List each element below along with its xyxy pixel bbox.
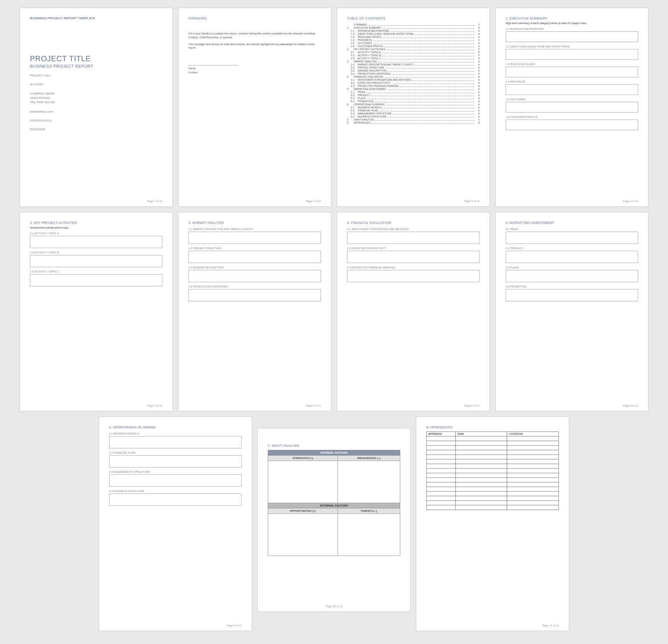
subsection-label: 4.3 PROJECTED FINANCIAL RANKING xyxy=(347,266,480,269)
swot-opportunities-cell xyxy=(268,514,338,556)
page-3: TABLE OF CONTENTS FORWARD21.EXECUTIVE SU… xyxy=(337,8,490,207)
page-footer: Page 4 of 12 xyxy=(623,200,638,203)
table-row xyxy=(427,441,559,446)
table-row xyxy=(427,473,559,478)
toc-dots xyxy=(378,62,475,62)
page-footer: Page 11 of 11 xyxy=(542,624,559,627)
toc-dots xyxy=(388,117,475,118)
toc-num: 1. xyxy=(347,26,354,29)
page-11: 8. APPENDICES APPENDIX ITEM LOCATION Pag… xyxy=(416,417,569,631)
toc-num: 6.3 xyxy=(351,112,358,115)
toc-dots xyxy=(390,31,475,32)
swot-table: INTERNAL FACTORS STRENGTHS (+) WEAKNESSE… xyxy=(268,450,400,556)
page-5: 2. KEY PROJECT ACTIVITIES Summarized act… xyxy=(20,212,173,411)
date: 00/00/0000 xyxy=(30,127,162,131)
exec-summary-desc: High level summary of each category belo… xyxy=(506,22,638,25)
page-9: 6. OPERATIONAL PLANNING 6.1 BUSINESS MOD… xyxy=(99,417,252,631)
toc-dots xyxy=(374,102,475,102)
toc-row: 7.SWOT ANALYSIS6 xyxy=(347,118,480,121)
toc-row: 6.4BUSINESS STRUCTURE6 xyxy=(347,115,480,118)
toc-row: 2.KEY PROJECT ACTIVITIES5 xyxy=(347,48,480,51)
subsection-label: 2.3 ACTIVITY / TOPIC C xyxy=(30,270,162,273)
content-box xyxy=(506,119,638,130)
page-footer: Page 6 of 11 xyxy=(306,404,321,407)
toc-dots xyxy=(414,65,475,65)
toc-num: 7. xyxy=(347,118,354,121)
page-footer: Page 1 of 12 xyxy=(147,200,162,203)
toc-label: FORWARD xyxy=(354,23,367,26)
toc-label: OUTCOMES xyxy=(358,42,372,44)
page-7: 4. FINANCIAL EVALUATION 4.1 INVESTMENT E… xyxy=(337,212,490,411)
position-label: Position xyxy=(188,71,321,74)
financial-eval-title: 4. FINANCIAL EVALUATION xyxy=(347,221,480,225)
subsection-label: 5.2 PRODUCT xyxy=(506,247,638,250)
toc-row: 6.3MANAGEMENT STRUCTURE6 xyxy=(347,112,480,115)
subsection-label: 6.2 FINANCIAL PLAN xyxy=(109,451,242,454)
marketing-assessment-title: 5. MARKETING ASSESSMENT xyxy=(506,221,638,225)
toc-page: 6 xyxy=(476,66,480,69)
exec-summary-subs: 1.1 BUSINESS BACKGROUND1.2 OBJECTIVES (L… xyxy=(506,28,638,130)
toc-row: 5.MARKETING ASSESSMENT6 xyxy=(347,88,480,90)
toc-page: 6 xyxy=(476,82,480,84)
toc-label: SWOT ANALYSIS xyxy=(354,118,374,121)
toc-row: 4.2EXPECTED PRODUCTIVITY6 xyxy=(347,82,480,84)
version: VERSION 0.0.0 xyxy=(30,119,162,122)
content-box xyxy=(347,232,480,244)
marketing-assessment-subs: 5.1 PRICE5.2 PRODUCT5.3 PLACE5.4 PROMOTI… xyxy=(506,228,638,301)
toc-row: 1.5OUTCOMES4 xyxy=(347,42,480,44)
toc-dots xyxy=(385,68,475,69)
toc-page: 6 xyxy=(476,121,480,124)
swot-external-header: EXTERNAL FACTORS xyxy=(268,503,400,508)
table-row xyxy=(427,455,559,459)
key-activities-desc: Summarized activity and/or topic xyxy=(30,226,162,229)
toc-dots xyxy=(367,93,475,93)
apx-col-item: ITEM xyxy=(455,432,507,436)
subsection-label: 2.1 ACTIVITY / TOPIC A xyxy=(30,232,162,235)
toc-label: OBJECTIVES (LONG-TERM AND SHORT-TERM) xyxy=(358,33,413,35)
forward-para1: If it is your intention to publish this … xyxy=(188,32,321,39)
table-row xyxy=(427,436,559,441)
table-row xyxy=(427,501,559,505)
operational-planning-title: 6. OPERATIONAL PLANNING xyxy=(109,425,242,429)
toc-row: 1.1BUSINESS BACKGROUND4 xyxy=(347,29,480,32)
table-row xyxy=(427,505,559,510)
subsection-label: 5.3 PLACE xyxy=(506,266,638,269)
appendices-title: 8. APPENDICES xyxy=(426,425,559,429)
toc-num: 5. xyxy=(347,88,354,90)
apx-col-location: LOCATION xyxy=(507,432,559,436)
toc-dots xyxy=(382,56,475,56)
toc-dots xyxy=(384,77,475,78)
toc-label: CUSTOMER PROFILE xyxy=(358,45,383,47)
swot-threats-header: THREATS (–) xyxy=(337,508,400,514)
apx-col-appendix: APPENDIX xyxy=(427,432,456,436)
subsection-label: 5.4 PROMOTION xyxy=(506,285,638,288)
subsection-label: 3.2 PRICING STRUCTURE xyxy=(188,247,321,250)
toc-row: 4.1INVESTMENT EXPENDITURE AND METHODS6 xyxy=(347,78,480,81)
toc-label: PRICING STRUCTURE xyxy=(358,66,384,69)
street-address: Street Address xyxy=(30,96,162,100)
subsection-label: 3.4 PRODUCTION LIMITATIONS xyxy=(188,285,321,288)
key-activities-subs: 2.1 ACTIVITY / TOPIC A2.2 ACTIVITY / TOP… xyxy=(30,232,162,286)
toc-page: 6 xyxy=(476,85,480,87)
toc-label: BUSINESS MODELS xyxy=(358,106,381,109)
content-box xyxy=(188,232,321,244)
toc-page: 4 xyxy=(476,33,480,35)
toc-num: 4.3 xyxy=(351,85,358,87)
toc-num: 6.2 xyxy=(351,109,358,112)
web-address: webaddress.com xyxy=(30,110,162,113)
toc-num: 6.4 xyxy=(351,115,358,118)
toc-row: 3.MARKET ANALYSIS6 xyxy=(347,60,480,63)
toc-label: PROGRESS xyxy=(358,39,372,41)
subsection-label: 1.1 BUSINESS BACKGROUND xyxy=(506,28,638,30)
forward-title: FORWARD xyxy=(188,16,321,20)
toc-dots xyxy=(373,41,475,41)
content-box xyxy=(506,251,638,263)
toc-page: 6 xyxy=(476,72,480,75)
toc-dots xyxy=(393,114,475,114)
toc-num: 1.4 xyxy=(351,39,358,41)
subsection-label: 1.2 OBJECTIVES (LONG-TERM AND SHORT-TERM… xyxy=(506,45,638,48)
toc-label: MANAGEMENT STRUCTURE xyxy=(358,112,391,115)
subsection-label: 1.5 OUTCOMES xyxy=(506,98,638,101)
subsection-label: 3.3 DEMAND DESCRIPTION xyxy=(188,266,321,269)
toc-page: 6 xyxy=(476,100,480,103)
